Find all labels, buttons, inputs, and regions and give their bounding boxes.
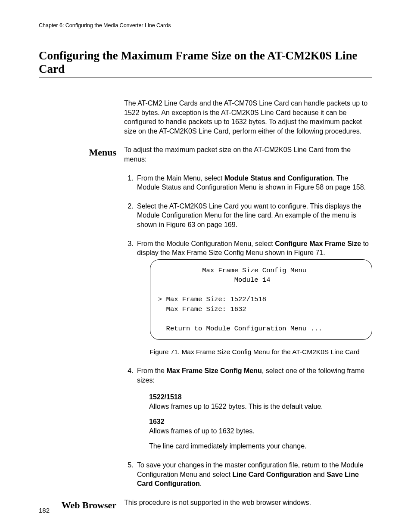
- intro-block: The AT-CM2 Line Cards and the AT-CM70S L…: [124, 99, 372, 145]
- config-menu-box: Max Frame Size Config Menu Module 14 > M…: [150, 259, 372, 340]
- option-1-desc: Allows frames up to 1522 bytes. This is …: [149, 402, 372, 411]
- steps-list: From the Main Menu, select Module Status…: [124, 174, 372, 488]
- option-1: 1522/1518 Allows frames up to 1522 bytes…: [149, 392, 372, 411]
- option-2: 1632 Allows frames of up to 1632 bytes.: [149, 417, 372, 436]
- figure-caption: Figure 71. Max Frame Size Config Menu fo…: [137, 348, 372, 357]
- menus-intro: To adjust the maximum packet size on the…: [124, 145, 372, 164]
- body-grid: The AT-CM2 Line Cards and the AT-CM70S L…: [39, 99, 372, 516]
- spacer: [39, 99, 116, 145]
- menus-content: To adjust the maximum packet size on the…: [124, 145, 372, 498]
- intro-paragraph: The AT-CM2 Line Cards and the AT-CM70S L…: [124, 99, 372, 136]
- step-4-bold: Max Frame Size Config Menu: [166, 367, 262, 374]
- step-1: From the Main Menu, select Module Status…: [135, 174, 372, 192]
- step-3: From the Module Configuration Menu, sele…: [135, 239, 372, 357]
- option-2-term: 1632: [149, 417, 372, 426]
- section-label-web: Web Browser: [39, 498, 116, 517]
- step-3-bold: Configure Max Frame Size: [275, 240, 361, 247]
- section-label-menus: Menus: [39, 145, 116, 498]
- option-1-term: 1522/1518: [149, 392, 372, 402]
- page-number: 182: [39, 507, 50, 514]
- step-2: Select the AT-CM2K0S Line Card you want …: [135, 202, 372, 230]
- step-5-bold-1: Line Card Configuration: [232, 471, 311, 478]
- web-text: This procedure is not supported in the w…: [124, 498, 372, 507]
- step-5-text-c: and: [311, 471, 327, 478]
- note-text: The line card immediately implements you…: [149, 442, 307, 450]
- step-5-text-e: .: [200, 480, 202, 487]
- chapter-header: Chapter 6: Configuring the Media Convert…: [39, 22, 372, 28]
- step-2-text: Select the AT-CM2K0S Line Card you want …: [137, 202, 361, 228]
- page: Chapter 6: Configuring the Media Convert…: [0, 0, 411, 532]
- web-content: This procedure is not supported in the w…: [124, 498, 372, 517]
- step-4: From the Max Frame Size Config Menu, sel…: [135, 366, 372, 451]
- step-1-bold: Module Status and Configuration: [224, 174, 333, 182]
- step-3-text-a: From the Module Configuration Menu, sele…: [137, 240, 275, 247]
- option-2-desc: Allows frames of up to 1632 bytes.: [149, 426, 372, 436]
- step-5: To save your changes in the master confi…: [135, 460, 372, 488]
- note-line: The line card immediately implements you…: [149, 442, 372, 451]
- page-title: Configuring the Maximum Frame Size on th…: [39, 49, 372, 78]
- step-1-text-a: From the Main Menu, select: [137, 174, 224, 182]
- step-4-text-a: From the: [137, 367, 166, 374]
